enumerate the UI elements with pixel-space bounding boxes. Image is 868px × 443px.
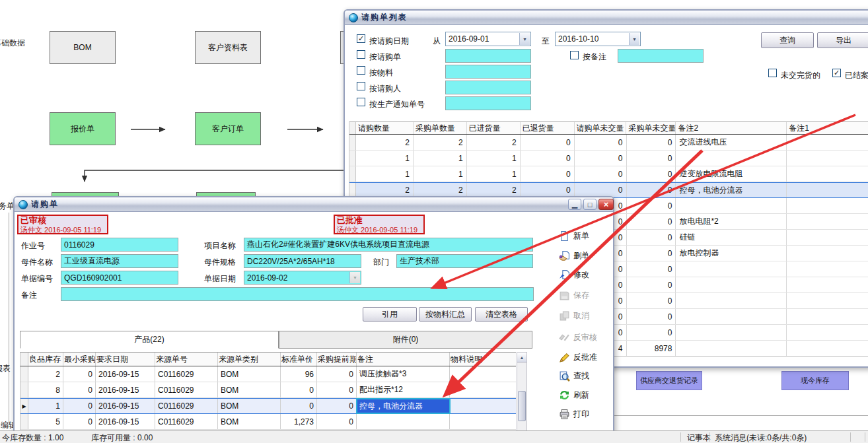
- list-cell[interactable]: [676, 325, 787, 340]
- list-cell[interactable]: [787, 198, 868, 213]
- list-cell[interactable]: [787, 341, 868, 356]
- list-cell[interactable]: 0: [627, 309, 676, 324]
- filter-requisition-input[interactable]: [445, 49, 531, 63]
- detail-cell[interactable]: 2016-09-15: [96, 399, 155, 413]
- list-cell[interactable]: 硅链: [676, 230, 787, 245]
- side-button-unapprove-pencil[interactable]: 反批准: [559, 350, 616, 364]
- detail-column-header[interactable]: 要求日期: [96, 353, 155, 366]
- detail-cell[interactable]: 0: [317, 414, 357, 429]
- filter-by-notice-checkbox[interactable]: ✓: [357, 98, 365, 106]
- list-cell[interactable]: 0: [521, 183, 575, 197]
- list-cell[interactable]: 0: [627, 246, 676, 261]
- list-cell[interactable]: [787, 151, 868, 166]
- tab-attachments[interactable]: 附件(0): [279, 331, 532, 349]
- list-table-row[interactable]: 222000交流进线电压: [349, 135, 868, 151]
- dropdown-arrow-icon[interactable]: ▼: [519, 33, 530, 45]
- detail-column-header[interactable]: 采购提前期: [317, 353, 357, 366]
- filter-notice-input[interactable]: [445, 96, 531, 110]
- list-cell[interactable]: 0: [521, 166, 575, 182]
- flow-box-current-stock[interactable]: 现今库存: [781, 371, 849, 390]
- detail-cell[interactable]: [450, 382, 516, 397]
- nav-label-report[interactable]: 报表: [0, 363, 11, 374]
- list-cell[interactable]: 2: [414, 135, 467, 150]
- detail-cell[interactable]: 2: [28, 366, 63, 382]
- detail-column-header[interactable]: 良品库存: [28, 353, 63, 366]
- list-cell[interactable]: 2: [414, 183, 467, 197]
- detail-cell[interactable]: [450, 366, 516, 382]
- list-column-header[interactable]: 采购单未交量: [626, 122, 676, 134]
- flow-box-customer-info[interactable]: 客户资料表: [195, 31, 261, 64]
- list-cell[interactable]: [787, 246, 868, 261]
- filter-by-requisition-checkbox[interactable]: ✓: [357, 50, 365, 59]
- close-button[interactable]: ×: [598, 199, 614, 210]
- flow-box-quotation[interactable]: 报价单: [50, 112, 116, 145]
- list-cell[interactable]: [787, 325, 868, 340]
- detail-cell[interactable]: 0: [63, 366, 96, 382]
- detail-cell[interactable]: 5: [28, 414, 63, 429]
- detail-cell[interactable]: 0: [63, 382, 96, 397]
- list-cell[interactable]: 0: [575, 135, 627, 150]
- list-column-header[interactable]: 已退货量: [521, 122, 575, 134]
- detail-cell[interactable]: C0116029: [155, 382, 218, 397]
- remark-field[interactable]: [61, 287, 534, 301]
- list-column-header[interactable]: 备注2: [676, 122, 787, 134]
- list-cell[interactable]: [676, 341, 787, 356]
- dropdown-arrow-icon[interactable]: ▼: [629, 33, 639, 45]
- list-cell[interactable]: 2: [356, 183, 414, 197]
- list-cell[interactable]: 交流进线电压: [676, 135, 787, 150]
- detail-cell[interactable]: BOM: [218, 414, 281, 429]
- detail-cell[interactable]: 0: [63, 399, 96, 413]
- detail-cell[interactable]: 0: [281, 399, 317, 413]
- list-table-row[interactable]: 111000: [349, 151, 868, 166]
- list-cell[interactable]: [787, 277, 868, 292]
- detail-cell[interactable]: [357, 414, 450, 429]
- dropdown-arrow-icon[interactable]: ▼: [349, 272, 360, 283]
- filter-closed-checkbox[interactable]: ✓: [832, 69, 841, 77]
- detail-cell[interactable]: 2016-09-15: [96, 382, 155, 397]
- detail-cell[interactable]: C0116029: [155, 399, 218, 413]
- doc-no-field[interactable]: QGD160902001: [61, 271, 178, 285]
- list-cell[interactable]: 0: [627, 214, 676, 229]
- detail-cell[interactable]: [450, 399, 516, 413]
- list-cell[interactable]: 0: [575, 166, 627, 182]
- filter-by-remark-checkbox[interactable]: ✓: [570, 51, 579, 59]
- list-cell[interactable]: 放电电阻*2: [676, 214, 787, 229]
- list-cell[interactable]: 0: [575, 183, 627, 197]
- list-cell[interactable]: 0: [627, 183, 676, 197]
- detail-cell[interactable]: 0: [281, 382, 317, 397]
- detail-cell[interactable]: 1: [28, 399, 63, 413]
- side-button-refresh[interactable]: 刷新: [559, 388, 616, 402]
- to-date-combo[interactable]: 2016-10-10 ▼: [555, 32, 641, 46]
- list-column-header[interactable]: 请购数量: [356, 122, 414, 134]
- tab-products[interactable]: 产品(22): [20, 331, 279, 349]
- nav-label-business[interactable]: 业务单: [0, 201, 15, 212]
- filter-remark-input[interactable]: [618, 49, 704, 63]
- project-name-field[interactable]: 燕山石化2#催化装置扩建6KV供电系统项目直流电源: [244, 238, 533, 252]
- detail-cell[interactable]: 96: [281, 366, 317, 382]
- list-cell[interactable]: 0: [627, 261, 676, 277]
- job-no-field[interactable]: 0116029: [61, 238, 178, 252]
- list-cell[interactable]: 1: [467, 151, 521, 166]
- clear-table-button[interactable]: 清空表格: [475, 307, 528, 322]
- minimize-button[interactable]: ▁: [568, 199, 581, 210]
- detail-cell[interactable]: BOM: [218, 366, 281, 382]
- flow-box-bom[interactable]: BOM: [50, 31, 116, 64]
- list-cell[interactable]: [676, 261, 787, 277]
- list-cell[interactable]: [676, 198, 787, 213]
- list-cell[interactable]: [787, 230, 868, 245]
- scroll-up-icon[interactable]: ▲: [517, 353, 526, 362]
- detail-table-row[interactable]: 502016-09-15C0116029BOM1,2730: [20, 414, 516, 430]
- detail-cell[interactable]: 控母，电池分流器: [357, 399, 450, 413]
- detail-column-header[interactable]: 来源单号: [155, 353, 218, 366]
- side-button-delete-doc[interactable]: 删单: [559, 248, 616, 263]
- detail-cell[interactable]: BOM: [218, 399, 281, 413]
- list-cell[interactable]: 1: [356, 166, 414, 182]
- list-cell[interactable]: [676, 151, 787, 166]
- list-cell[interactable]: 0: [627, 151, 676, 166]
- flow-box-supplier-record[interactable]: 供应商交退货记录: [636, 371, 702, 390]
- detail-cell[interactable]: 1,273: [281, 414, 317, 429]
- list-cell[interactable]: 2: [467, 183, 521, 197]
- detail-table-row[interactable]: 202016-09-15C0116029BOM960调压接触器*3: [20, 366, 516, 382]
- list-cell[interactable]: [676, 277, 787, 292]
- reference-button[interactable]: 引用: [363, 307, 417, 322]
